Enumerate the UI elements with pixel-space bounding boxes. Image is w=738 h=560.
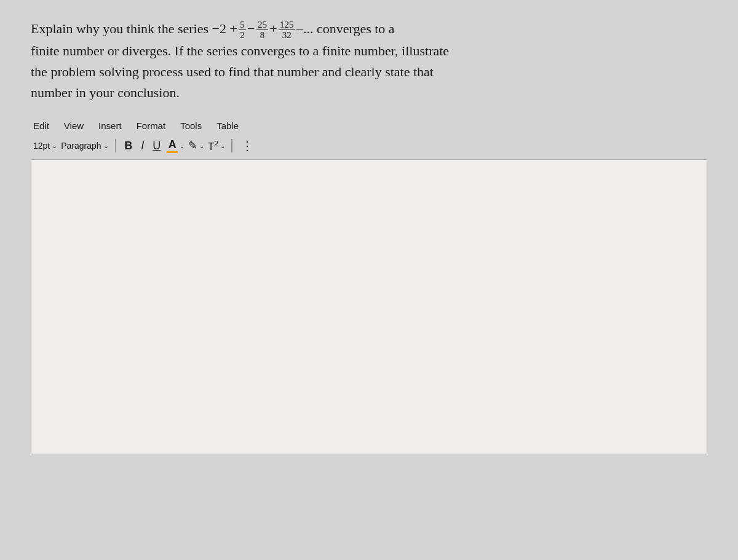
- fraction-2: 258: [256, 20, 268, 41]
- italic-button[interactable]: I: [138, 138, 146, 154]
- menu-format[interactable]: Format: [137, 120, 166, 131]
- menu-bar: Edit View Insert Format Tools Table: [31, 120, 707, 131]
- question-text: Explain why you think the series −2 + 52…: [31, 18, 683, 103]
- underline-button[interactable]: U: [150, 138, 163, 154]
- pencil-icon: ✎: [188, 139, 197, 152]
- menu-insert[interactable]: Insert: [98, 120, 122, 131]
- font-color-control[interactable]: A ⌄: [167, 138, 184, 153]
- superscript-T: T2: [208, 139, 218, 152]
- font-size-chevron: ⌄: [52, 142, 57, 150]
- font-color-A: A: [167, 138, 178, 153]
- font-size-select[interactable]: 12pt ⌄: [33, 141, 57, 151]
- menu-edit[interactable]: Edit: [33, 120, 49, 131]
- menu-tools[interactable]: Tools: [180, 120, 202, 131]
- highlight-control[interactable]: ✎ ⌄: [188, 139, 204, 152]
- editor-wrapper: Edit View Insert Format Tools Table 12pt…: [31, 120, 707, 454]
- paragraph-style-select[interactable]: Paragraph ⌄: [61, 141, 108, 151]
- toolbar: 12pt ⌄ Paragraph ⌄ B I U A ⌄: [31, 137, 707, 154]
- question-line3: the problem solving process used to find…: [31, 64, 434, 79]
- paragraph-style-value: Paragraph: [61, 141, 101, 151]
- highlight-chevron: ⌄: [199, 143, 204, 149]
- toolbar-divider-1: [115, 139, 116, 152]
- answer-text-area[interactable]: [31, 159, 707, 454]
- page-container: Explain why you think the series −2 + 52…: [0, 0, 738, 560]
- menu-view[interactable]: View: [64, 120, 84, 131]
- more-options-button[interactable]: ⋮: [239, 137, 256, 154]
- superscript-chevron: ⌄: [220, 143, 225, 149]
- font-color-underline: [167, 151, 178, 153]
- menu-table[interactable]: Table: [216, 120, 239, 131]
- paragraph-chevron: ⌄: [103, 142, 109, 150]
- bold-button[interactable]: B: [122, 138, 135, 154]
- question-line1: Explain why you think the series −2 + 52…: [31, 21, 395, 36]
- fraction-1: 52: [239, 20, 246, 41]
- toolbar-divider-2: [231, 139, 232, 152]
- question-line2: finite number or diverges. If the series…: [31, 43, 449, 58]
- fraction-3: 12532: [279, 20, 295, 41]
- font-color-chevron: ⌄: [180, 143, 184, 149]
- question-line4: number in your conclusion.: [31, 85, 180, 100]
- superscript-control[interactable]: T2 ⌄: [208, 139, 225, 152]
- font-size-value: 12pt: [33, 141, 50, 151]
